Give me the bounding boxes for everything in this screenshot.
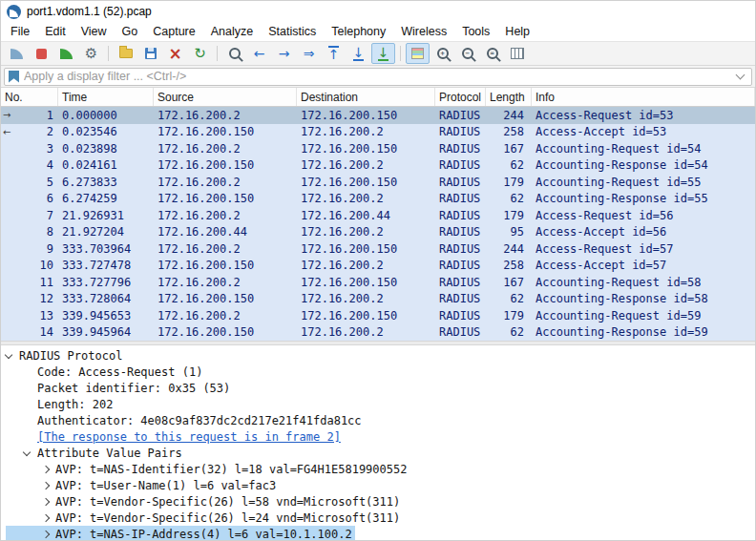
cell-length: 62 xyxy=(486,158,532,172)
packet-row[interactable]: →10.000000172.16.200.2172.16.200.150RADI… xyxy=(1,107,755,124)
filter-dropdown-icon[interactable] xyxy=(736,71,746,80)
save-file-icon xyxy=(145,48,157,59)
detail-line[interactable]: AVP: t=Vendor-Specific(26) l=24 vnd=Micr… xyxy=(6,510,755,526)
go-first-button[interactable]: ↑ xyxy=(322,43,346,64)
packet-row[interactable]: 9333.703964172.16.200.2172.16.200.150RAD… xyxy=(1,240,755,258)
stop-capture-button[interactable] xyxy=(30,43,53,64)
menu-tools[interactable]: Tools xyxy=(454,22,497,41)
reload-file-button[interactable]: ↻ xyxy=(188,43,212,64)
expand-caret-icon[interactable] xyxy=(42,530,50,537)
packet-row[interactable]: 66.274259172.16.200.150172.16.200.2RADIU… xyxy=(1,191,755,208)
detail-line[interactable]: AVP: t=User-Name(1) l=6 val=fac3 xyxy=(6,477,755,493)
detail-line[interactable]: Packet identifier: 0x35 (53) xyxy=(6,380,755,396)
open-file-button[interactable] xyxy=(114,43,137,64)
capture-options-button[interactable]: ⚙ xyxy=(79,43,103,64)
detail-line[interactable]: AVP: t=NAS-IP-Address(4) l=6 val=10.1.10… xyxy=(6,526,755,540)
go-back-button[interactable]: ← xyxy=(247,43,271,64)
column-header-length[interactable]: Length xyxy=(486,88,532,106)
column-header-protocol[interactable]: Protocol xyxy=(435,88,486,106)
start-capture-button[interactable] xyxy=(5,43,29,64)
go-last-button[interactable]: ↓ xyxy=(346,43,370,64)
menu-edit[interactable]: Edit xyxy=(37,22,74,41)
caret-slot xyxy=(42,483,55,489)
packet-row[interactable]: 12333.728064172.16.200.150172.16.200.2RA… xyxy=(1,291,755,308)
menu-help[interactable]: Help xyxy=(497,22,537,41)
packet-row[interactable]: 30.023898172.16.200.2172.16.200.150RADIU… xyxy=(1,140,755,157)
expand-caret-icon[interactable] xyxy=(42,465,50,472)
caret-slot xyxy=(6,354,19,358)
detail-text: RADIUS Protocol xyxy=(19,349,122,363)
column-header-source[interactable]: Source xyxy=(154,88,297,106)
zoom-reset-button[interactable]: = xyxy=(480,43,504,64)
packet-row[interactable]: 10333.727478172.16.200.150172.16.200.2RA… xyxy=(1,258,755,275)
packet-row[interactable]: 821.927204172.16.200.44172.16.200.2RADIU… xyxy=(1,224,755,241)
column-header-destination[interactable]: Destination xyxy=(297,88,435,106)
cell-protocol: RADIUS xyxy=(435,292,486,305)
packet-row[interactable]: 13339.945653172.16.200.2172.16.200.150RA… xyxy=(1,307,755,324)
cell-source: 172.16.200.2 xyxy=(154,309,297,323)
column-header-info[interactable]: Info xyxy=(532,88,755,106)
detail-line[interactable]: [The response to this request is in fram… xyxy=(6,428,755,445)
detail-line[interactable]: Authenticator: 4e08c9af837dc2cd217e21f41… xyxy=(6,412,755,428)
expand-caret-icon[interactable] xyxy=(42,513,50,521)
packet-list: No.TimeSourceDestinationProtocolLengthIn… xyxy=(1,88,755,341)
menu-telephony[interactable]: Telephony xyxy=(324,22,393,41)
detail-line[interactable]: RADIUS Protocol xyxy=(6,347,755,364)
cell-source: 172.16.200.150 xyxy=(154,292,297,305)
expand-caret-icon[interactable] xyxy=(42,497,50,505)
save-file-button[interactable] xyxy=(138,43,162,64)
cell-length: 167 xyxy=(486,142,532,156)
menu-statistics[interactable]: Statistics xyxy=(261,22,324,41)
go-forward-button[interactable]: → xyxy=(272,43,296,64)
toolbar-separator xyxy=(217,46,218,61)
close-file-button[interactable]: × xyxy=(163,43,187,64)
detail-line[interactable]: Length: 202 xyxy=(6,396,755,412)
find-packet-button[interactable] xyxy=(222,43,246,64)
auto-scroll-button[interactable]: ↓ xyxy=(371,43,395,64)
cell-info: Access-Request id=57 xyxy=(532,242,755,256)
expand-caret-icon[interactable] xyxy=(42,481,50,489)
cell-time: 339.945964 xyxy=(58,325,154,339)
packet-row[interactable]: 40.024161172.16.200.150172.16.200.2RADIU… xyxy=(1,157,755,175)
cell-source: 172.16.200.2 xyxy=(154,176,297,189)
detail-line[interactable]: Code: Access-Request (1) xyxy=(6,364,755,380)
cell-destination: 172.16.200.150 xyxy=(297,142,435,156)
cell-length: 62 xyxy=(486,292,532,305)
cell-destination: 172.16.200.150 xyxy=(297,276,435,289)
zoom-in-button[interactable]: + xyxy=(430,43,454,64)
cell-no: 12 xyxy=(1,292,58,305)
display-filter-input[interactable] xyxy=(24,70,732,83)
response-frame-link[interactable]: [The response to this request is in fram… xyxy=(37,430,341,444)
zoom-out-button[interactable]: − xyxy=(455,43,479,64)
packet-row[interactable]: ←20.023546172.16.200.150172.16.200.2RADI… xyxy=(1,124,755,141)
packet-row[interactable]: 721.926931172.16.200.2172.16.200.44RADIU… xyxy=(1,207,755,224)
packet-row[interactable]: 14339.945964172.16.200.150172.16.200.2RA… xyxy=(1,324,755,342)
detail-line[interactable]: AVP: t=NAS-Identifier(32) l=18 val=FG4H1… xyxy=(6,461,755,477)
close-file-icon: × xyxy=(168,46,181,62)
cell-protocol: RADIUS xyxy=(435,225,486,239)
packet-row[interactable]: 56.273833172.16.200.2172.16.200.150RADIU… xyxy=(1,174,755,191)
cell-destination: 172.16.200.2 xyxy=(297,325,435,339)
go-to-packet-button[interactable]: ⇒ xyxy=(297,43,321,64)
resize-columns-button[interactable] xyxy=(505,43,529,64)
column-header-time[interactable]: Time xyxy=(58,88,154,106)
filter-bookmark-icon[interactable] xyxy=(9,71,19,83)
menu-go[interactable]: Go xyxy=(115,22,146,41)
menu-analyze[interactable]: Analyze xyxy=(203,22,261,41)
menu-file[interactable]: File xyxy=(3,22,37,41)
cell-destination: 172.16.200.2 xyxy=(297,225,435,239)
packet-row[interactable]: 11333.727796172.16.200.2172.16.200.150RA… xyxy=(1,274,755,291)
menu-view[interactable]: View xyxy=(74,22,115,41)
restart-capture-button[interactable] xyxy=(54,43,78,64)
detail-line[interactable]: AVP: t=Vendor-Specific(26) l=58 vnd=Micr… xyxy=(6,493,755,510)
cell-destination: 172.16.200.150 xyxy=(297,242,435,256)
collapse-caret-icon[interactable] xyxy=(23,447,31,455)
detail-line-content: [The response to this request is in fram… xyxy=(6,428,344,445)
colorize-button[interactable] xyxy=(406,43,430,64)
cell-length: 95 xyxy=(486,225,532,239)
detail-line[interactable]: Attribute Value Pairs xyxy=(6,445,755,461)
menu-capture[interactable]: Capture xyxy=(145,22,202,41)
menu-wireless[interactable]: Wireless xyxy=(393,22,454,41)
column-header-no[interactable]: No. xyxy=(1,88,58,106)
collapse-caret-icon[interactable] xyxy=(5,350,12,358)
